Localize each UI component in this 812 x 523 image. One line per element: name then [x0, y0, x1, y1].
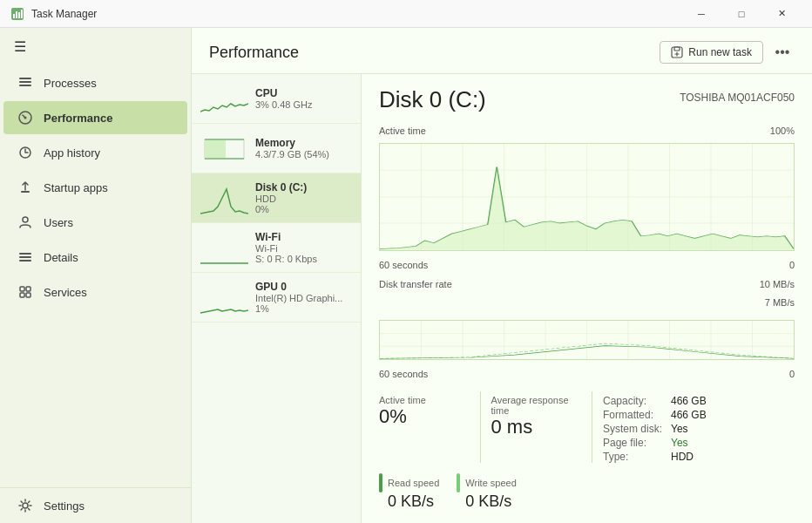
svg-rect-22	[674, 47, 680, 51]
device-item-gpu0[interactable]: GPU 0 Intel(R) HD Graphi... 1%	[192, 273, 361, 323]
disk-name: Disk 0 (C:)	[255, 181, 352, 194]
cpu-name: CPU	[255, 87, 352, 99]
svg-rect-13	[19, 253, 31, 255]
memory-name: Memory	[255, 137, 352, 149]
chart2-time: 60 seconds	[379, 369, 428, 379]
disk-info-grid: Capacity: 466 GB Formatted: 466 GB Syste…	[603, 391, 795, 463]
active-time-chart	[379, 143, 795, 251]
disk-mini-chart	[200, 180, 248, 215]
sidebar-item-services[interactable]: Services	[3, 275, 187, 309]
wifi-val: S: 0 R: 0 Kbps	[255, 254, 352, 264]
content-header: Performance Run new task •••	[192, 28, 812, 74]
more-options-button[interactable]: •••	[770, 40, 795, 65]
chart2-label-row: Disk transfer rate 10 MB/s	[379, 279, 795, 289]
detail-header: Disk 0 (C:) TOSHIBA MQ01ACF050	[379, 86, 795, 113]
system-disk-label: System disk:	[603, 423, 662, 435]
app-history-label: App history	[44, 146, 100, 160]
content-area: Performance Run new task •••	[192, 28, 812, 523]
write-speed-value: 0 KB/s	[465, 492, 517, 511]
gpu-name: GPU 0	[255, 281, 352, 293]
hamburger-button[interactable]: ☰	[0, 28, 191, 65]
app-history-icon	[17, 145, 33, 160]
device-item-wifi[interactable]: Wi-Fi Wi-Fi S: 0 R: 0 Kbps	[192, 223, 361, 273]
svg-rect-5	[19, 78, 31, 79]
close-button[interactable]: ✕	[761, 0, 802, 28]
page-title: Performance	[209, 44, 299, 62]
avg-response-stat-label: Average response time	[491, 395, 575, 416]
type-value: HDD	[671, 451, 795, 463]
disk-sub: HDD	[255, 194, 352, 204]
svg-rect-3	[18, 12, 20, 18]
svg-rect-16	[20, 287, 24, 291]
page-file-label: Page file:	[603, 437, 662, 449]
sidebar-item-startup-apps[interactable]: Startup apps	[3, 171, 187, 204]
svg-rect-18	[20, 293, 24, 297]
services-icon	[17, 284, 33, 300]
read-indicator: Read speed	[379, 473, 439, 492]
memory-info: Memory 4.3/7.9 GB (54%)	[255, 137, 352, 160]
chart1-time: 60 seconds	[379, 260, 428, 270]
detail-title: Disk 0 (C:)	[379, 86, 486, 113]
minimize-button[interactable]: ─	[681, 0, 721, 28]
sidebar-item-processes[interactable]: Processes	[3, 66, 187, 99]
settings-icon	[17, 498, 33, 513]
title-bar: Task Manager ─ □ ✕	[0, 0, 812, 28]
run-new-task-button[interactable]: Run new task	[660, 41, 763, 64]
header-actions: Run new task •••	[660, 40, 795, 65]
sidebar-item-settings[interactable]: Settings	[3, 489, 187, 522]
svg-rect-11	[21, 191, 30, 193]
svg-rect-14	[19, 256, 31, 258]
main-container: ☰ Processes Performance App history Star	[0, 28, 812, 523]
read-speed-value: 0 KB/s	[388, 492, 439, 511]
sidebar-item-performance[interactable]: Performance	[3, 101, 187, 134]
sidebar-item-app-history[interactable]: App history	[3, 136, 187, 169]
read-write-row: Read speed 0 KB/s Write speed 0 KB/s	[379, 473, 795, 511]
title-bar-title: Task Manager	[31, 8, 97, 20]
startup-apps-label: Startup apps	[44, 181, 108, 194]
svg-rect-7	[19, 85, 31, 86]
maximize-button[interactable]: □	[721, 0, 761, 28]
system-disk-value: Yes	[671, 423, 795, 435]
write-indicator: Write speed	[457, 473, 517, 492]
sidebar: ☰ Processes Performance App history Star	[0, 28, 192, 523]
memory-sub: 4.3/7.9 GB (54%)	[255, 149, 352, 160]
sidebar-item-users[interactable]: Users	[3, 206, 187, 239]
content-body: CPU 3% 0.48 GHz Memory 4.3/7.9 GB (54%)	[192, 74, 812, 523]
wifi-info: Wi-Fi Wi-Fi S: 0 R: 0 Kbps	[255, 231, 352, 264]
cpu-info: CPU 3% 0.48 GHz	[255, 87, 352, 110]
users-icon	[17, 214, 33, 230]
svg-rect-15	[19, 260, 31, 262]
chart1-zero: 0	[789, 260, 795, 270]
details-icon	[17, 249, 33, 265]
disk-val: 0%	[255, 204, 352, 214]
device-item-memory[interactable]: Memory 4.3/7.9 GB (54%)	[192, 124, 361, 173]
svg-point-12	[23, 217, 28, 222]
cpu-mini-chart	[200, 81, 248, 116]
memory-mini-chart	[200, 131, 248, 166]
active-time-stat: Active time 0%	[379, 391, 470, 463]
wifi-sub: Wi-Fi	[255, 243, 352, 254]
gpu-val: 1%	[255, 303, 352, 314]
formatted-label: Formatted:	[603, 409, 662, 421]
device-item-cpu[interactable]: CPU 3% 0.48 GHz	[192, 74, 361, 124]
write-speed-block: Write speed 0 KB/s	[457, 473, 517, 511]
avg-response-stat: Average response time 0 ms	[491, 391, 582, 463]
avg-response-stat-value: 0 ms	[491, 416, 575, 438]
read-bar	[379, 473, 382, 492]
svg-point-20	[23, 503, 28, 508]
svg-point-9	[24, 117, 27, 119]
details-label: Details	[44, 251, 78, 264]
svg-rect-2	[16, 11, 17, 18]
wifi-name: Wi-Fi	[255, 231, 352, 243]
page-file-value: Yes	[671, 437, 795, 449]
svg-rect-17	[26, 287, 30, 291]
type-label: Type:	[603, 451, 662, 463]
device-item-disk0[interactable]: Disk 0 (C:) HDD 0%	[192, 173, 361, 223]
svg-rect-6	[19, 81, 31, 83]
write-bar	[457, 473, 460, 492]
app-icon	[10, 7, 24, 21]
read-speed-label: Read speed	[388, 478, 439, 488]
startup-icon	[17, 180, 33, 195]
sidebar-item-details[interactable]: Details	[3, 241, 187, 274]
chart2-time-label: 60 seconds 0	[379, 369, 795, 379]
